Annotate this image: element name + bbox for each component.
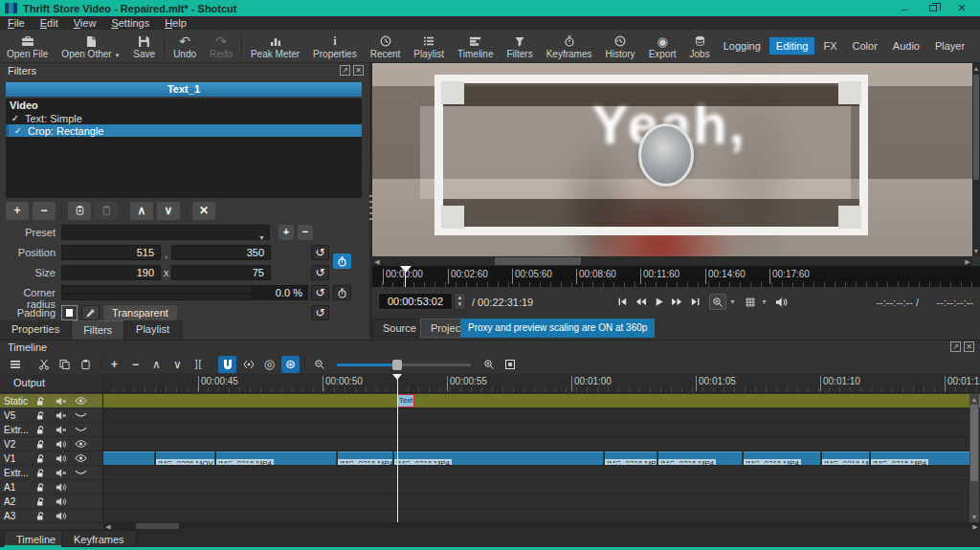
cut-icon[interactable] xyxy=(34,356,53,373)
time-spinner[interactable]: ▲▼ xyxy=(454,293,466,310)
toolbar-recent[interactable]: Recent xyxy=(364,30,408,62)
scroll-down-icon[interactable]: ▼ xyxy=(972,247,980,255)
eye-icon[interactable] xyxy=(71,396,91,406)
scrub-while-dragging-icon[interactable] xyxy=(239,356,257,373)
check-icon[interactable]: ✓ xyxy=(6,113,25,123)
clip-img-0216-mp4[interactable]: IMG_0216.MP4 xyxy=(822,451,870,466)
clip-unlabeled[interactable] xyxy=(103,451,155,466)
tab-filters[interactable]: Filters xyxy=(72,320,124,340)
toolbar-peak-meter[interactable]: Peak Meter xyxy=(244,30,306,62)
lock-icon[interactable] xyxy=(31,482,51,493)
clip-img-0216-mp4[interactable]: IMG_0216.MP4 xyxy=(658,451,743,466)
grid-dropdown-icon[interactable]: ▼ xyxy=(761,298,768,305)
toolbar-jobs[interactable]: Jobs xyxy=(683,30,717,62)
overwrite-icon[interactable]: ∨ xyxy=(168,356,187,373)
float-timeline-icon[interactable]: ↗ xyxy=(950,341,961,352)
layout-audio[interactable]: Audio xyxy=(886,37,926,55)
skip-to-end-button[interactable] xyxy=(686,294,703,310)
padding-color-swatch[interactable] xyxy=(61,305,78,320)
clip-img-0216-mp4[interactable]: IMG_0216.MP4 xyxy=(338,451,393,466)
player-playhead[interactable] xyxy=(400,266,412,273)
track-lane-a3[interactable] xyxy=(103,509,980,523)
zoom-slider-thumb[interactable] xyxy=(392,360,402,370)
size-height-field[interactable]: 75 xyxy=(171,265,271,280)
eye-closed-icon[interactable] xyxy=(71,410,91,420)
track-lane-a1[interactable] xyxy=(103,480,980,495)
timeline-zoom-slider[interactable] xyxy=(337,356,471,373)
layout-editing[interactable]: Editing xyxy=(769,37,815,55)
output-track-head[interactable]: Output xyxy=(0,374,103,393)
track-lane-extr[interactable] xyxy=(103,423,980,437)
scroll-right-icon[interactable]: ▶ xyxy=(964,257,971,266)
scroll-left-icon[interactable]: ◀ xyxy=(373,257,381,266)
zoom-out-icon[interactable] xyxy=(310,356,328,373)
deselect-filter-button[interactable]: ✕ xyxy=(192,202,215,220)
close-timeline-icon[interactable]: ✕ xyxy=(964,341,974,352)
speaker-icon[interactable] xyxy=(51,511,71,521)
save-preset-button[interactable]: + xyxy=(278,225,294,240)
skip-to-start-button[interactable] xyxy=(613,294,631,310)
clip-img-0216-mp4[interactable]: IMG_0216.MP4 xyxy=(216,451,337,466)
tab-keyframes-bottom[interactable]: Keyframes xyxy=(61,530,137,547)
play-button[interactable] xyxy=(650,294,667,310)
delete-preset-button[interactable]: − xyxy=(298,225,313,240)
preview-horizontal-scrollbar[interactable]: ◀ ▶ xyxy=(372,256,972,266)
timeline-menu-icon[interactable] xyxy=(6,356,24,373)
track-head-a3[interactable]: A3 xyxy=(0,509,103,523)
tab-playlist[interactable]: Playlist xyxy=(124,320,182,340)
lift-icon[interactable]: ∧ xyxy=(147,356,166,373)
lock-icon[interactable] xyxy=(31,496,51,507)
title-bar[interactable]: Thrift Store Video - Repaired.mlt* - Sho… xyxy=(0,0,980,16)
paste-filter-button[interactable] xyxy=(95,202,118,220)
tab-source[interactable]: Source xyxy=(372,319,427,338)
toolbar-timeline[interactable]: Timeline xyxy=(451,30,500,62)
player-scrub-ruler[interactable]: 00:00:0000:02:6000:05:6000:08:6000:11:60… xyxy=(372,266,980,287)
copy-icon[interactable] xyxy=(56,356,74,373)
toolbar-save[interactable]: Save xyxy=(126,30,162,62)
toolbar-open-other[interactable]: Open Other ▼ xyxy=(55,30,126,62)
track-lane-v2[interactable] xyxy=(103,437,980,451)
current-time-field[interactable]: 00:00:53:02 xyxy=(378,293,453,310)
undo-corner-radius-button[interactable]: ↺ xyxy=(311,285,329,300)
close-button[interactable]: ✕ xyxy=(947,1,976,16)
menu-edit[interactable]: Edit xyxy=(33,16,66,30)
crop-handle-bottom-right[interactable] xyxy=(838,206,861,229)
crop-center-handle[interactable] xyxy=(638,123,694,187)
lock-icon[interactable] xyxy=(31,425,51,435)
ripple-icon[interactable]: ◎ xyxy=(260,356,278,373)
speaker-icon[interactable] xyxy=(51,496,71,507)
preset-dropdown[interactable]: ▼ xyxy=(61,225,270,240)
check-icon[interactable]: ✓ xyxy=(9,125,28,136)
track-head-a1[interactable]: A1 xyxy=(0,480,103,495)
clip-img-0216-mp4[interactable]: IMG_0216.MP4 xyxy=(605,451,657,466)
volume-icon[interactable] xyxy=(772,294,790,310)
tab-properties[interactable]: Properties xyxy=(0,320,72,340)
scroll-up-icon[interactable]: ▲ xyxy=(972,64,980,73)
crop-handle-top-right[interactable] xyxy=(838,81,861,104)
track-head-extr[interactable]: Extr... xyxy=(0,466,103,480)
crop-handle-top-left[interactable] xyxy=(441,81,464,104)
speaker-muted-icon[interactable] xyxy=(51,425,71,435)
track-head-v2[interactable]: V2 xyxy=(0,437,103,451)
eye-icon[interactable] xyxy=(71,453,91,463)
close-panel-icon[interactable]: ✕ xyxy=(353,65,364,76)
track-head-v1[interactable]: V1 xyxy=(0,451,103,466)
crop-handle-bottom-left[interactable] xyxy=(441,206,464,229)
speaker-muted-icon[interactable] xyxy=(51,396,71,407)
toolbar-export[interactable]: ◉Export xyxy=(642,30,683,62)
track-lane-static[interactable]: Text xyxy=(103,394,980,408)
zoom-fit-icon[interactable] xyxy=(501,356,519,373)
clip-img-0216-mp4[interactable]: IMG_0216.MP4 xyxy=(744,451,821,466)
snap-toggle-icon[interactable] xyxy=(218,356,236,373)
clip-img-0215-mp4[interactable]: IMG_0215.MP4 xyxy=(871,451,970,466)
timeline-vertical-scrollbar[interactable]: ▲ ▼ xyxy=(969,394,979,522)
position-x-field[interactable]: 515 xyxy=(61,245,161,260)
copy-filter-button[interactable] xyxy=(68,202,91,220)
proxy-notice-button[interactable]: Proxy and preview scaling are ON at 360p xyxy=(460,319,655,338)
restore-button[interactable] xyxy=(919,1,947,16)
speaker-icon[interactable] xyxy=(51,453,71,464)
zoom-in-icon[interactable] xyxy=(479,356,498,373)
corner-radius-slider[interactable]: 0.0 % xyxy=(61,285,308,300)
track-head-static[interactable]: Static xyxy=(0,394,103,408)
eye-icon[interactable] xyxy=(71,439,91,449)
